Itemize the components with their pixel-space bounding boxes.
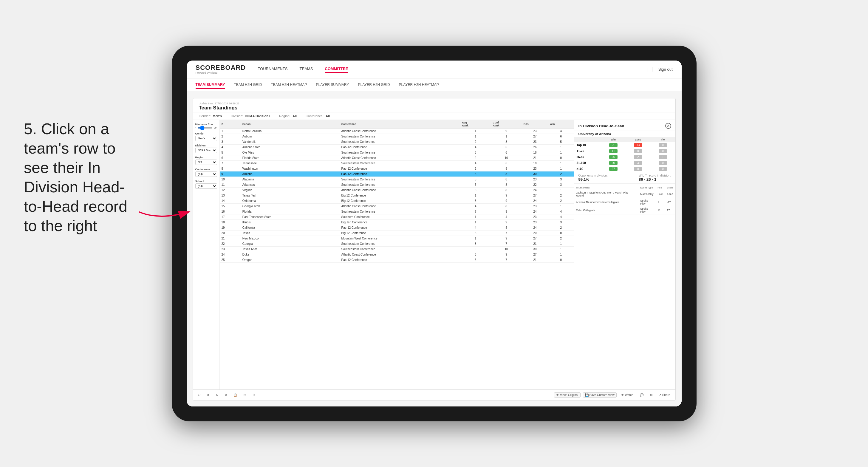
table-row[interactable]: 2 Auburn Southeastern Conference 1 1 27 … bbox=[220, 134, 574, 139]
cell-conference: Atlantic Coast Conference bbox=[340, 204, 460, 209]
copy-button[interactable]: ⧉ bbox=[223, 393, 229, 398]
table-row[interactable]: 15 Georgia Tech Atlantic Coast Conferenc… bbox=[220, 204, 574, 209]
cell-conference: Southeastern Conference bbox=[340, 150, 460, 155]
region-select[interactable]: N/A bbox=[195, 160, 217, 165]
table-row[interactable]: 22 Georgia Southeastern Conference 8 7 2… bbox=[220, 241, 574, 247]
cell-conf-rank: 9 bbox=[491, 220, 522, 225]
h2h-close-button[interactable]: ✕ bbox=[665, 123, 671, 129]
table-row[interactable]: 5 Ole Miss Southeastern Conference 3 6 1… bbox=[220, 150, 574, 155]
gender-select[interactable]: Men's bbox=[195, 136, 217, 141]
table-row[interactable]: 19 California Pac-12 Conference 4 8 24 2 bbox=[220, 225, 574, 230]
table-row[interactable]: 4 Arizona State Pac-12 Conference 4 6 26… bbox=[220, 145, 574, 150]
cell-conf-rank: 8 bbox=[491, 225, 522, 230]
paste-button[interactable]: 📋 bbox=[231, 393, 239, 398]
comment-button[interactable]: 💬 bbox=[638, 393, 646, 398]
table-row[interactable]: 8 Washington Pac-12 Conference 2 8 23 1 bbox=[220, 166, 574, 172]
tablet-screen: SCOREBOARD Powered by clippd TOURNAMENTS… bbox=[187, 61, 682, 406]
cell-conference: Mountain West Conference bbox=[340, 236, 460, 241]
undo-button[interactable]: ↩ bbox=[196, 393, 203, 398]
subnav-player-h2h-heatmap[interactable]: PLAYER H2H HEATMAP bbox=[399, 82, 439, 89]
subnav-player-h2h-grid[interactable]: PLAYER H2H GRID bbox=[358, 82, 390, 89]
h2h-row: Top 10 3 13 0 bbox=[574, 142, 675, 148]
grid-button[interactable]: ⊞ bbox=[648, 393, 654, 398]
timer-button[interactable]: ⏱ bbox=[250, 393, 258, 398]
subnav-player-summary[interactable]: PLAYER SUMMARY bbox=[316, 82, 349, 89]
crop-button[interactable]: ✂ bbox=[242, 393, 248, 398]
h2h-team-name: University of Arizona bbox=[574, 131, 675, 137]
cell-rank: 4 bbox=[220, 145, 241, 150]
table-row[interactable]: 13 Texas Tech Big 12 Conference 1 9 27 2 bbox=[220, 193, 574, 198]
cell-rank: 15 bbox=[220, 204, 241, 209]
cell-conference: Southeastern Conference bbox=[340, 177, 460, 182]
main-content: Update time: 27/03/2024 16:56:26 Team St… bbox=[187, 92, 682, 406]
table-row[interactable]: 24 Duke Atlantic Coast Conference 5 9 27… bbox=[220, 252, 574, 257]
h2h-cell-loss: 2 bbox=[626, 154, 650, 160]
tour-col-score: Score bbox=[665, 186, 675, 190]
table-row[interactable]: 12 Virginia Atlantic Coast Conference 3 … bbox=[220, 188, 574, 193]
subnav-team-summary[interactable]: TEAM SUMMARY bbox=[196, 82, 225, 89]
nav-teams[interactable]: TEAMS bbox=[300, 65, 313, 73]
save-custom-button[interactable]: 💾 Save Custom View bbox=[583, 393, 617, 398]
sign-out-button[interactable]: Sign out bbox=[652, 67, 673, 71]
nav-committee[interactable]: COMMITTEE bbox=[325, 65, 348, 73]
table-row[interactable]: 18 Illinois Big Ten Conference 1 9 23 3 bbox=[220, 220, 574, 225]
panel-title: Team Standings bbox=[199, 105, 240, 111]
view-original-button[interactable]: 👁 View: Original bbox=[554, 393, 581, 398]
nav-tournaments[interactable]: TOURNAMENTS bbox=[258, 65, 287, 73]
table-row[interactable]: 25 Oregon Pac-12 Conference 5 7 21 0 bbox=[220, 257, 574, 263]
subnav-team-h2h-heatmap[interactable]: TEAM H2H HEATMAP bbox=[271, 82, 307, 89]
table-row[interactable]: 21 New Mexico Mountain West Conference 1… bbox=[220, 236, 574, 241]
cell-win: 1 bbox=[548, 161, 574, 166]
table-row[interactable]: 9 Arizona Pac-12 Conference 5 8 30 2 bbox=[220, 172, 574, 177]
watch-button[interactable]: 👁 Watch bbox=[619, 393, 636, 398]
h2h-row: >100 27 0 0 bbox=[574, 166, 675, 172]
table-row[interactable]: 7 Tennessee Southeastern Conference 4 6 … bbox=[220, 161, 574, 166]
cell-rds: 27 bbox=[522, 193, 548, 198]
table-row[interactable]: 16 Florida Southeastern Conference 7 9 2… bbox=[220, 209, 574, 214]
conference-select[interactable]: (All) bbox=[195, 172, 217, 177]
table-row[interactable]: 6 Florida State Atlantic Coast Conferenc… bbox=[220, 155, 574, 161]
table-row[interactable]: 20 Texas Big 12 Conference 3 7 20 0 bbox=[220, 230, 574, 236]
share-button[interactable]: ↗ Share bbox=[657, 393, 672, 398]
min-rounds-slider[interactable] bbox=[198, 127, 213, 128]
redo-button[interactable]: ↻ bbox=[214, 393, 220, 398]
undo-step-button[interactable]: ↺ bbox=[205, 393, 211, 398]
table-row[interactable]: 1 North Carolina Atlantic Coast Conferen… bbox=[220, 128, 574, 134]
h2h-cell-loss: 13 bbox=[626, 142, 650, 148]
cell-rank: 13 bbox=[220, 193, 241, 198]
table-row[interactable]: 11 Arkansas Southeastern Conference 6 8 … bbox=[220, 182, 574, 188]
cell-rank: 21 bbox=[220, 236, 241, 241]
table-row[interactable]: 23 Texas A&M Southeastern Conference 9 1… bbox=[220, 247, 574, 252]
table-row[interactable]: 17 East Tennessee State Southern Confere… bbox=[220, 214, 574, 220]
h2h-cell-win: 11 bbox=[601, 148, 626, 154]
cell-win: 2 bbox=[548, 172, 574, 177]
cell-school: Virginia bbox=[241, 188, 340, 193]
filter-sidebar: Minimum Rou... 4 20 Gender Men bbox=[193, 120, 220, 390]
cell-conf-rank: 9 bbox=[491, 236, 522, 241]
subnav-team-h2h-grid[interactable]: TEAM H2H GRID bbox=[234, 82, 262, 89]
col-conference: Conference bbox=[340, 120, 460, 128]
table-row[interactable]: 14 Oklahoma Big 12 Conference 3 9 24 2 bbox=[220, 198, 574, 204]
cell-reg-rank: 1 bbox=[460, 134, 491, 139]
cell-school: California bbox=[241, 225, 340, 230]
cell-win: 2 bbox=[548, 198, 574, 204]
conference-sidebar-label: Conference bbox=[195, 168, 217, 171]
cell-conf-rank: 7 bbox=[491, 257, 522, 263]
tour-cell-name: Cabo Collegiate bbox=[574, 206, 639, 214]
cell-school: Arizona bbox=[241, 172, 340, 177]
h2h-cell-win: 25 bbox=[601, 154, 626, 160]
school-select[interactable]: (All) bbox=[195, 183, 217, 189]
cell-win: 1 bbox=[548, 150, 574, 155]
division-select[interactable]: NCAA Division I bbox=[195, 148, 217, 153]
division-sidebar-label: Division bbox=[195, 144, 217, 147]
table-row[interactable]: 10 Alabama Southeastern Conference 5 8 2… bbox=[220, 177, 574, 182]
cell-reg-rank: 5 bbox=[460, 252, 491, 257]
cell-conference: Big 12 Conference bbox=[340, 198, 460, 204]
cell-school: Alabama bbox=[241, 177, 340, 182]
cell-school: Texas A&M bbox=[241, 247, 340, 252]
cell-school: North Carolina bbox=[241, 128, 340, 134]
table-row[interactable]: 3 Vanderbilt Southeastern Conference 2 8… bbox=[220, 139, 574, 145]
h2h-cell-range: 26-50 bbox=[574, 154, 601, 160]
cell-rank: 16 bbox=[220, 209, 241, 214]
col-conf-rank: ConfRank bbox=[491, 120, 522, 128]
